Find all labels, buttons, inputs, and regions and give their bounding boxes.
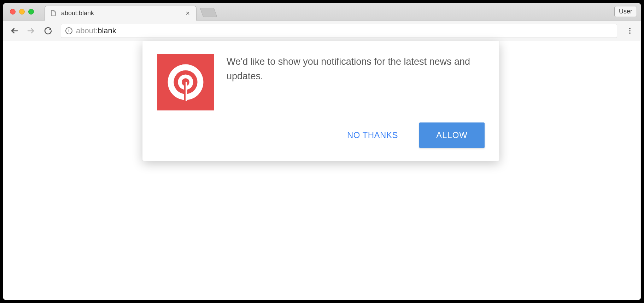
dialog-message: We'd like to show you notifications for … <box>227 54 485 83</box>
new-tab-button[interactable] <box>200 8 217 17</box>
url-scheme: about: <box>76 26 98 35</box>
address-bar[interactable]: i about:blank <box>61 24 617 38</box>
toolbar: i about:blank <box>3 21 641 41</box>
browser-tab[interactable]: about:blank × <box>45 6 197 21</box>
svg-rect-10 <box>186 82 187 101</box>
maximize-window-button[interactable] <box>28 9 34 15</box>
svg-point-4 <box>629 32 631 34</box>
window-controls <box>10 9 34 15</box>
minimize-window-button[interactable] <box>19 9 25 15</box>
reload-button[interactable] <box>41 24 55 38</box>
file-icon <box>50 10 57 17</box>
dialog-body: We'd like to show you notifications for … <box>157 54 485 110</box>
svg-point-3 <box>629 30 631 32</box>
decline-button[interactable]: NO THANKS <box>336 122 409 148</box>
notification-permission-dialog: We'd like to show you notifications for … <box>142 41 499 161</box>
dialog-actions: NO THANKS ALLOW <box>157 122 485 148</box>
svg-point-2 <box>629 28 631 29</box>
back-button[interactable] <box>7 24 21 38</box>
url-path: blank <box>98 26 116 35</box>
close-window-button[interactable] <box>10 9 16 15</box>
url-text: about:blank <box>76 26 116 35</box>
forward-button[interactable] <box>24 24 38 38</box>
onesignal-icon <box>157 54 214 110</box>
close-tab-button[interactable]: × <box>184 9 191 17</box>
page-content: We'd like to show you notifications for … <box>3 41 640 300</box>
tab-bar: about:blank × User <box>3 3 641 21</box>
tab-title: about:blank <box>61 10 180 17</box>
site-info-icon[interactable]: i <box>65 27 72 34</box>
allow-button[interactable]: ALLOW <box>419 122 485 148</box>
profile-button[interactable]: User <box>614 6 637 17</box>
browser-window: about:blank × User i <box>3 3 641 300</box>
browser-menu-button[interactable] <box>623 24 637 38</box>
